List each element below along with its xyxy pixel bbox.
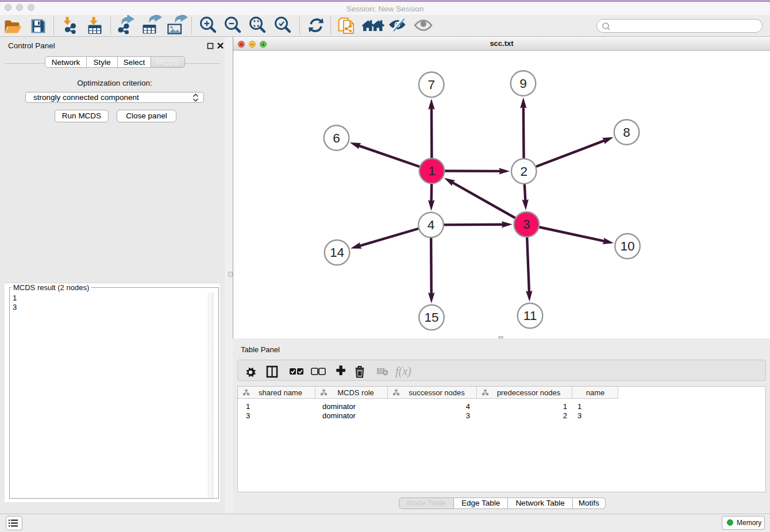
svg-text:MCDS role: MCDS role (337, 388, 374, 397)
svg-text:successor nodes: successor nodes (409, 388, 465, 397)
svg-text:1: 1 (563, 402, 567, 411)
svg-text:3: 3 (466, 411, 470, 420)
svg-text:11: 11 (523, 309, 537, 323)
svg-text:8: 8 (623, 125, 630, 140)
svg-text:7: 7 (428, 78, 435, 92)
svg-text:1: 1 (246, 402, 250, 411)
svg-text:2: 2 (563, 411, 567, 420)
svg-text:15: 15 (424, 310, 438, 325)
svg-text:4: 4 (466, 402, 470, 411)
svg-text:name: name (586, 388, 605, 397)
svg-text:9: 9 (519, 76, 527, 91)
svg-text:10: 10 (620, 239, 634, 253)
svg-text:1: 1 (578, 402, 582, 411)
svg-text:shared name: shared name (259, 388, 302, 397)
svg-text:3: 3 (578, 411, 582, 420)
svg-text:2: 2 (520, 164, 528, 179)
svg-text:6: 6 (333, 131, 340, 145)
svg-text:predecessor nodes: predecessor nodes (497, 388, 561, 397)
svg-text:f(x): f(x) (395, 365, 411, 378)
svg-text:14: 14 (330, 245, 344, 260)
svg-text:1: 1 (428, 164, 436, 178)
svg-text:3: 3 (246, 411, 250, 420)
svg-text:dominator: dominator (322, 402, 356, 411)
svg-text:4: 4 (428, 218, 435, 232)
svg-text:3: 3 (523, 217, 530, 232)
svg-text:dominator: dominator (322, 411, 356, 420)
